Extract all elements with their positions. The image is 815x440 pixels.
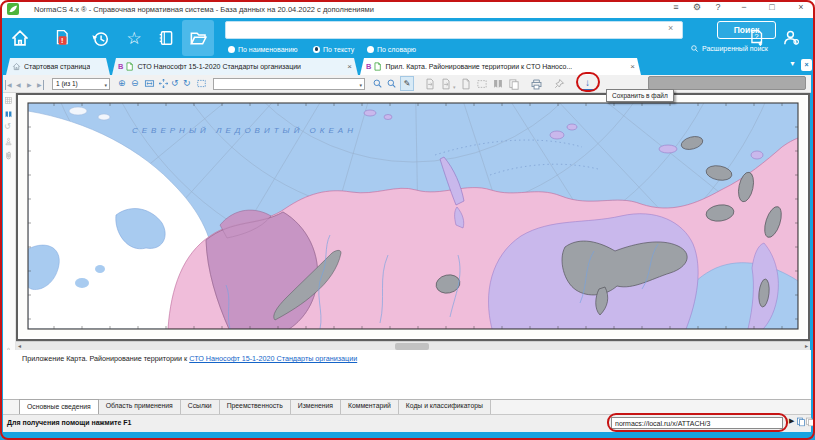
map-image[interactable]: СЕВЕРНЫЙ ЛЕДОВИТЫЙ ОКЕАН <box>20 97 806 337</box>
last-page-icon[interactable]: ▶ <box>37 80 44 90</box>
export-document-icon[interactable] <box>460 78 472 90</box>
chevron-down-icon: ▾ <box>359 82 362 88</box>
comment-flag-icon[interactable] <box>492 78 504 90</box>
favorites-button[interactable]: ☆ <box>118 20 150 56</box>
settings-gear-icon[interactable]: ⚙ <box>689 2 705 12</box>
copy-fragment-icon[interactable] <box>508 78 520 90</box>
user-info-button[interactable] <box>778 24 804 52</box>
fit-width-icon[interactable] <box>144 78 155 89</box>
status-badge: В <box>118 62 123 71</box>
rotate-left-icon[interactable]: ↺ <box>171 78 179 88</box>
tab-changes[interactable]: Изменения <box>291 400 341 415</box>
search-icon <box>690 44 699 53</box>
stamp-frame-icon[interactable] <box>476 78 488 90</box>
radio-by-name[interactable]: По наименованию <box>228 44 298 54</box>
go-to-address-icon[interactable]: ▶ <box>789 417 794 425</box>
zoom-in-icon[interactable]: ⊕ <box>118 78 126 88</box>
tab-main-info[interactable]: Основные сведения <box>19 399 99 414</box>
new-documents-button[interactable]: ! <box>46 20 78 56</box>
normacs-logo-icon <box>7 3 19 15</box>
bottom-tab-strip: Основные сведения Область применения Ссы… <box>3 399 811 414</box>
history-clock-icon <box>91 29 110 48</box>
tab-references[interactable]: Ссылки <box>181 400 220 415</box>
hamburger-menu-icon[interactable]: ≡ <box>668 2 684 12</box>
document-title-prefix: Приложение Карта. Районирование территор… <box>22 354 189 363</box>
first-page-icon[interactable]: ◀ <box>5 80 12 90</box>
close-tab-icon[interactable]: × <box>342 62 352 71</box>
bookmarks-icon[interactable] <box>4 110 13 119</box>
next-page-icon[interactable]: ▶ <box>27 80 32 90</box>
find-next-icon[interactable] <box>386 78 397 89</box>
copy-address-disabled-icon <box>805 416 815 427</box>
attachment-paperclip-icon[interactable] <box>4 151 13 160</box>
tab-list-dropdown-icon[interactable]: ▼ <box>789 60 796 67</box>
find-icon[interactable] <box>372 78 383 89</box>
home-icon <box>10 28 30 48</box>
window-title: NormaCS 4.x ® - Справочная нормативная с… <box>34 5 374 14</box>
status-badge: В <box>366 62 371 71</box>
ocean-label: СЕВЕРНЫЙ ЛЕДОВИТЫЙ ОКЕАН <box>132 126 357 135</box>
home-button[interactable] <box>4 20 36 56</box>
tab-label: Стартовая страница <box>24 63 90 70</box>
tab-codes-classifiers[interactable]: Коды и классификаторы <box>399 400 491 415</box>
pin-icon[interactable] <box>553 78 565 90</box>
document-question-icon <box>748 29 766 47</box>
search-in-document-select[interactable]: ▾ <box>213 78 365 90</box>
radio-by-text-label: По тексту <box>323 46 354 53</box>
chevron-down-icon[interactable]: ▾ <box>453 82 456 92</box>
clear-search-icon[interactable]: × <box>668 23 673 33</box>
scroll-right-icon[interactable]: ▸ <box>805 342 808 349</box>
document-link[interactable]: СТО Нанософт 15-1-2020 Стандарты организ… <box>189 354 357 363</box>
status-help-text: Для получения помощи нажмите F1 <box>7 419 132 426</box>
document-info-panel: Приложение Карта. Районирование территор… <box>3 350 811 414</box>
tab-start-page[interactable]: Стартовая страница <box>6 58 110 75</box>
radio-by-dictionary[interactable]: По словарю <box>367 44 416 54</box>
rotate-right-icon[interactable]: ↻ <box>183 78 191 88</box>
close-tab-icon[interactable]: × <box>625 62 635 71</box>
radio-by-dictionary-label: По словарю <box>377 46 416 53</box>
rotate-icon[interactable]: ↺ <box>4 122 11 131</box>
map-horizontal-scrollbar[interactable]: ◂ ▸ <box>16 341 810 350</box>
document-help-button[interactable] <box>744 24 770 52</box>
fit-page-icon[interactable] <box>158 78 169 89</box>
document-address-input[interactable] <box>611 417 783 429</box>
map-page[interactable]: СЕВЕРНЫЙ ЛЕДОВИТЫЙ ОКЕАН <box>16 93 810 341</box>
prev-page-icon[interactable]: ◀ <box>16 80 21 90</box>
export-page-icon[interactable] <box>424 78 436 90</box>
save-to-file-button[interactable]: ↓ <box>581 77 594 91</box>
tab-label: Прил. Карта. Районирование территории к … <box>385 63 572 70</box>
radio-circle[interactable] <box>228 46 235 53</box>
radio-by-text[interactable]: По тексту <box>313 44 354 54</box>
print-icon[interactable] <box>530 78 543 91</box>
page-indicator-select[interactable]: 1 (из 1) ▾ <box>52 78 110 90</box>
notebook-icon <box>157 29 175 47</box>
stamp-icon[interactable] <box>4 137 13 146</box>
person-icon <box>782 29 800 47</box>
maximize-button[interactable]: □ <box>764 2 780 12</box>
close-document-view-icon[interactable]: × <box>801 59 812 71</box>
scrollbar-thumb[interactable] <box>395 343 429 350</box>
folders-button[interactable] <box>182 20 214 56</box>
annotate-pencil-icon[interactable]: ✎ <box>400 76 414 91</box>
help-icon[interactable]: ? <box>710 2 726 12</box>
page-indicator-value: 1 (из 1) <box>56 80 78 87</box>
tab-sto-nanosoft[interactable]: В СТО Нанософт 15-1-2020 Стандарты орган… <box>112 58 358 75</box>
normacs-window: NormaCS 4.x ® - Справочная нормативная с… <box>0 0 815 440</box>
scroll-left-icon[interactable]: ◂ <box>18 342 21 349</box>
history-button[interactable] <box>84 20 116 56</box>
catalog-button[interactable] <box>150 20 182 56</box>
export-page-menu-icon[interactable] <box>440 78 452 90</box>
thumbnails-grid-icon[interactable] <box>4 96 13 105</box>
tab-scope[interactable]: Область применения <box>99 400 181 415</box>
tab-map-attachment[interactable]: В Прил. Карта. Районирование территории … <box>360 58 641 75</box>
radio-circle[interactable] <box>367 46 374 53</box>
folder-icon <box>189 29 208 48</box>
tab-succession[interactable]: Преемственность <box>220 400 291 415</box>
tab-comment[interactable]: Комментарий <box>341 400 399 415</box>
minimize-button[interactable]: − <box>736 2 752 12</box>
radio-circle-selected[interactable] <box>313 46 320 53</box>
close-button[interactable]: × <box>793 2 809 12</box>
select-region-icon[interactable] <box>196 78 207 89</box>
search-input[interactable] <box>225 21 683 39</box>
zoom-out-icon[interactable]: ⊖ <box>131 78 139 88</box>
